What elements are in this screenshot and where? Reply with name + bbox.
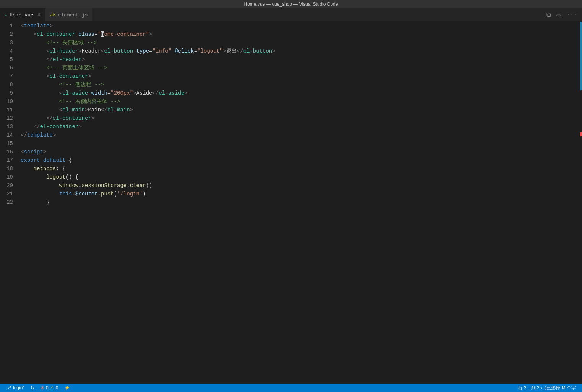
line-content-1: <template> bbox=[19, 22, 577, 30]
scrollbar-error-indicator bbox=[580, 132, 582, 136]
toggle-panel-icon[interactable]: ▭ bbox=[555, 10, 562, 19]
tab-home-vue-label: Home.vue bbox=[10, 12, 33, 18]
code-line-16: 16 <script> bbox=[0, 148, 577, 156]
line-content-20: window.sessionStorage.clear() bbox=[19, 181, 577, 190]
sync-icon: ↻ bbox=[31, 385, 34, 390]
code-line-11: 11 <el-main>Main</el-main> bbox=[0, 106, 577, 114]
code-line-5: 5 </el-header> bbox=[0, 55, 577, 64]
split-editor-icon[interactable]: ⧉ bbox=[545, 11, 552, 19]
code-line-18: 18 methods: { bbox=[0, 165, 577, 173]
line-content-17: export default { bbox=[19, 156, 577, 165]
code-line-10: 10 <!-- 右侧内容主体 --> bbox=[0, 97, 577, 106]
line-number-16: 16 bbox=[0, 148, 19, 156]
line-number-19: 19 bbox=[0, 173, 19, 181]
code-line-17: 17 export default { bbox=[0, 156, 577, 165]
line-number-3: 3 bbox=[0, 39, 19, 47]
code-line-2: 2 <el-container class="home-container"> bbox=[0, 30, 577, 39]
line-number-15: 15 bbox=[0, 139, 19, 148]
code-line-20: 20 window.sessionStorage.clear() bbox=[0, 181, 577, 190]
code-line-14: 14 </template> bbox=[0, 131, 577, 139]
code-line-12: 12 </el-container> bbox=[0, 114, 577, 123]
git-branch-label: login* bbox=[13, 385, 24, 390]
code-line-15: 15 bbox=[0, 139, 577, 148]
line-content-6: <!-- 页面主体区域 --> bbox=[19, 64, 577, 72]
editor-area: 1 <template> 2 <el-container class="home… bbox=[0, 22, 582, 384]
warning-icon: ⚠ bbox=[50, 385, 54, 390]
error-icon: ⊗ bbox=[41, 385, 44, 390]
line-content-12: </el-container> bbox=[19, 114, 577, 123]
warnings-count: 0 bbox=[56, 385, 58, 390]
line-number-5: 5 bbox=[0, 55, 19, 64]
vue-file-icon: ✦ bbox=[5, 12, 7, 18]
scrollbar-area bbox=[577, 22, 582, 384]
line-content-2: <el-container class="home-container"> bbox=[19, 30, 577, 39]
line-number-10: 10 bbox=[0, 97, 19, 106]
line-content-4: <el-header>Header<el-button type="info" … bbox=[19, 47, 577, 55]
code-line-19: 19 logout() { bbox=[0, 173, 577, 181]
line-content-21: this.$router.push('/login') bbox=[19, 190, 577, 198]
line-number-22: 22 bbox=[0, 198, 19, 206]
line-number-14: 14 bbox=[0, 131, 19, 139]
js-file-icon: JS bbox=[50, 12, 55, 18]
tab-bar: ✦ Home.vue × JS element.js ⧉ ▭ ··· bbox=[0, 8, 582, 22]
code-line-21: 21 this.$router.push('/login') bbox=[0, 190, 577, 198]
cursor-position-item[interactable]: 行 2，列 25（已选择 M 个字 bbox=[515, 385, 579, 391]
code-area[interactable]: 1 <template> 2 <el-container class="home… bbox=[0, 22, 577, 384]
title-bar: Home.vue — vue_shop — Visual Studio Code bbox=[0, 0, 582, 8]
line-content-22: } bbox=[19, 198, 577, 206]
code-line-13: 13 </el-container> bbox=[0, 123, 577, 131]
line-number-20: 20 bbox=[0, 181, 19, 190]
line-number-7: 7 bbox=[0, 72, 19, 81]
line-content-16: <script> bbox=[19, 148, 577, 156]
code-line-22: 22 } bbox=[0, 198, 577, 206]
tab-bar-actions: ⧉ ▭ ··· bbox=[542, 8, 582, 21]
status-bar-right: 行 2，列 25（已选择 M 个字 bbox=[515, 385, 579, 391]
line-number-17: 17 bbox=[0, 156, 19, 165]
line-number-11: 11 bbox=[0, 106, 19, 114]
tab-element-js[interactable]: JS element.js bbox=[45, 8, 92, 21]
tab-element-js-label: element.js bbox=[58, 12, 88, 18]
git-branch-icon: ⎇ bbox=[6, 385, 11, 390]
code-line-8: 8 <!-- 侧边栏 --> bbox=[0, 81, 577, 89]
code-line-1: 1 <template> bbox=[0, 22, 577, 30]
lightning-item[interactable]: ⚡ bbox=[61, 384, 73, 392]
line-number-18: 18 bbox=[0, 165, 19, 173]
lightning-icon: ⚡ bbox=[64, 385, 70, 390]
errors-item[interactable]: ⊗ 0 ⚠ 0 bbox=[37, 384, 61, 392]
errors-count: 0 bbox=[46, 385, 49, 390]
cursor-position-label: 行 2，列 25（已选择 M 个字 bbox=[518, 385, 576, 391]
line-number-9: 9 bbox=[0, 89, 19, 97]
line-content-9: <el-aside width="200px">Aside</el-aside> bbox=[19, 89, 577, 97]
title-bar-text: Home.vue — vue_shop — Visual Studio Code bbox=[244, 2, 338, 7]
line-content-3: <!-- 头部区域 --> bbox=[19, 39, 577, 47]
line-content-7: <el-container> bbox=[19, 72, 577, 81]
line-number-13: 13 bbox=[0, 123, 19, 131]
line-content-18: methods: { bbox=[19, 165, 577, 173]
line-number-2: 2 bbox=[0, 30, 19, 39]
line-content-10: <!-- 右侧内容主体 --> bbox=[19, 97, 577, 106]
line-content-8: <!-- 侧边栏 --> bbox=[19, 81, 577, 89]
line-number-6: 6 bbox=[0, 64, 19, 72]
line-number-1: 1 bbox=[0, 22, 19, 30]
line-content-14: </template> bbox=[19, 131, 577, 139]
line-content-11: <el-main>Main</el-main> bbox=[19, 106, 577, 114]
scrollbar-selection-indicator bbox=[580, 22, 582, 90]
tab-home-vue[interactable]: ✦ Home.vue × bbox=[0, 8, 45, 21]
code-line-4: 4 <el-header>Header<el-button type="info… bbox=[0, 47, 577, 55]
line-number-4: 4 bbox=[0, 47, 19, 55]
code-line-9: 9 <el-aside width="200px">Aside</el-asid… bbox=[0, 89, 577, 97]
line-content-13: </el-container> bbox=[19, 123, 577, 131]
sync-item[interactable]: ↻ bbox=[28, 384, 37, 392]
code-line-3: 3 <!-- 头部区域 --> bbox=[0, 39, 577, 47]
line-number-8: 8 bbox=[0, 81, 19, 89]
git-branch-item[interactable]: ⎇ login* bbox=[3, 384, 28, 392]
status-bar: ⎇ login* ↻ ⊗ 0 ⚠ 0 ⚡ 行 2，列 25（已选择 M 个字 bbox=[0, 384, 582, 392]
line-number-21: 21 bbox=[0, 190, 19, 198]
tab-home-vue-close[interactable]: × bbox=[37, 12, 41, 18]
line-content-19: logout() { bbox=[19, 173, 577, 181]
more-actions-icon[interactable]: ··· bbox=[565, 11, 579, 19]
line-number-12: 12 bbox=[0, 114, 19, 123]
code-line-6: 6 <!-- 页面主体区域 --> bbox=[0, 64, 577, 72]
line-content-15 bbox=[19, 139, 577, 148]
code-line-7: 7 <el-container> bbox=[0, 72, 577, 81]
